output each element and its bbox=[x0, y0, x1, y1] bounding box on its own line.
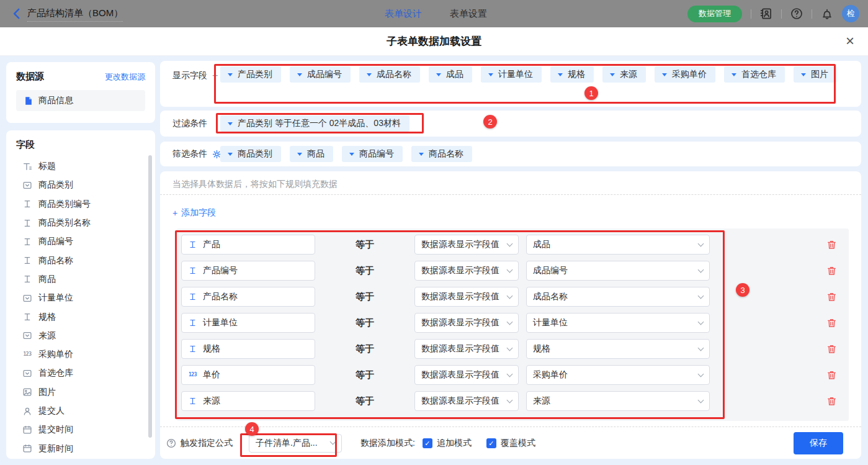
source-type-select[interactable]: 数据源表显示字段值 bbox=[414, 313, 519, 333]
field-type-icon bbox=[188, 318, 197, 327]
datasource-title: 数据源 bbox=[16, 71, 44, 83]
screening-field-tag[interactable]: 商品 bbox=[290, 146, 333, 162]
close-icon[interactable]: × bbox=[846, 32, 854, 50]
source-field-select[interactable]: 来源 bbox=[526, 391, 710, 411]
field-type-icon bbox=[22, 387, 32, 397]
datasource-item[interactable]: 商品信息 bbox=[16, 90, 145, 111]
data-manage-button[interactable]: 数据管理 bbox=[687, 6, 742, 22]
trash-icon[interactable] bbox=[826, 266, 837, 276]
avatar[interactable]: 检 bbox=[842, 5, 859, 22]
display-field-tag[interactable]: 计量单位 bbox=[481, 66, 542, 83]
chevron-down-icon bbox=[507, 292, 513, 299]
chevron-down-icon bbox=[507, 345, 513, 351]
source-field-select[interactable]: 计量单位 bbox=[526, 313, 710, 333]
field-type-icon bbox=[22, 425, 32, 435]
tab-form-design[interactable]: 表单设计 bbox=[385, 8, 422, 20]
display-field-tag[interactable]: 产品类别 bbox=[220, 66, 281, 83]
source-type-select[interactable]: 数据源表显示字段值 bbox=[414, 261, 519, 281]
source-type-select[interactable]: 数据源表显示字段值 bbox=[414, 365, 519, 385]
filter-condition-tag[interactable]: 产品类别 等于任意一个 02半成品、03材料 bbox=[220, 115, 409, 132]
field-list-item[interactable]: 提交人 bbox=[16, 402, 145, 420]
add-display-field-icon[interactable]: + bbox=[212, 70, 218, 81]
modal-header: 子表单数据加载设置 × bbox=[0, 27, 868, 56]
field-list-item[interactable]: 来源 bbox=[16, 327, 145, 345]
caret-down-icon bbox=[297, 73, 302, 76]
field-type-icon bbox=[188, 266, 197, 275]
rule-row: 来源 等于 数据源表显示字段值 来源 bbox=[176, 388, 849, 414]
display-field-tag[interactable]: 成品编号 bbox=[290, 66, 351, 83]
display-field-tag[interactable]: 首选仓库 bbox=[724, 66, 785, 83]
trash-icon[interactable] bbox=[826, 292, 837, 302]
field-list-item[interactable]: 商品 bbox=[16, 270, 145, 289]
trash-icon[interactable] bbox=[826, 370, 837, 381]
scrollbar-thumb[interactable] bbox=[148, 155, 152, 438]
append-mode-option[interactable]: ✓ 追加模式 bbox=[423, 438, 472, 449]
source-type-select[interactable]: 数据源表显示字段值 bbox=[414, 391, 519, 411]
source-type-select[interactable]: 数据源表显示字段值 bbox=[414, 235, 519, 255]
trash-icon[interactable] bbox=[826, 318, 837, 328]
field-list-item[interactable]: 商品编号 bbox=[16, 232, 145, 251]
trash-icon[interactable] bbox=[826, 344, 837, 354]
target-field-input[interactable]: 来源 bbox=[181, 391, 315, 411]
trash-icon[interactable] bbox=[826, 240, 837, 250]
target-field-input[interactable]: 产品编号 bbox=[181, 261, 315, 281]
field-list-item[interactable]: 图片 bbox=[16, 383, 145, 402]
help-circle-icon[interactable] bbox=[166, 438, 176, 448]
field-list-item[interactable]: 标题 bbox=[16, 157, 145, 176]
target-field-input[interactable]: 规格 bbox=[181, 339, 315, 359]
field-label: 首选仓库 bbox=[38, 368, 73, 379]
target-field-input[interactable]: 计量单位 bbox=[181, 313, 315, 333]
save-button[interactable]: 保存 bbox=[794, 432, 843, 454]
source-type-select[interactable]: 数据源表显示字段值 bbox=[414, 287, 519, 307]
source-field-select[interactable]: 成品 bbox=[526, 235, 710, 255]
operator-label: 等于 bbox=[315, 343, 414, 355]
checkbox-checked-icon[interactable]: ✓ bbox=[486, 438, 496, 448]
source-field-select[interactable]: 采购单价 bbox=[526, 365, 710, 385]
notification-bell-icon[interactable] bbox=[821, 7, 833, 20]
field-list-item[interactable]: 首选仓库 bbox=[16, 364, 145, 382]
tab-form-settings[interactable]: 表单设置 bbox=[450, 8, 487, 20]
target-field-input[interactable]: 产品名称 bbox=[181, 287, 315, 307]
display-field-tag[interactable]: 图片 bbox=[794, 66, 837, 83]
field-list-item[interactable]: 商品名称 bbox=[16, 251, 145, 269]
trash-icon[interactable] bbox=[826, 396, 837, 407]
field-list-item[interactable]: 规格 bbox=[16, 307, 145, 326]
field-list-item[interactable]: 提交时间 bbox=[16, 420, 145, 439]
display-field-tag[interactable]: 规格 bbox=[550, 66, 594, 83]
field-list-item[interactable]: 更新时间 bbox=[16, 439, 145, 458]
add-field-link[interactable]: + 添加字段 bbox=[172, 207, 216, 219]
field-type-icon: 123 bbox=[22, 350, 32, 359]
field-type-icon: 123 bbox=[188, 371, 197, 379]
help-icon[interactable] bbox=[790, 7, 803, 20]
field-list-item[interactable]: 商品类别 bbox=[16, 176, 145, 194]
chevron-down-icon bbox=[507, 266, 513, 273]
display-field-tag[interactable]: 成品名称 bbox=[359, 66, 420, 83]
field-label: 商品编号 bbox=[38, 236, 73, 247]
field-list-item[interactable]: 商品类别名称 bbox=[16, 214, 145, 232]
target-field-input[interactable]: 产品 bbox=[181, 235, 315, 255]
field-label: 采购单价 bbox=[38, 349, 73, 360]
source-field-select[interactable]: 成品编号 bbox=[526, 261, 710, 281]
source-type-select[interactable]: 数据源表显示字段值 bbox=[414, 339, 519, 359]
field-list-item[interactable]: 商品类别编号 bbox=[16, 195, 145, 214]
checkbox-checked-icon[interactable]: ✓ bbox=[423, 438, 432, 448]
source-field-select[interactable]: 成品名称 bbox=[526, 287, 710, 307]
source-field-select[interactable]: 规格 bbox=[526, 339, 710, 359]
display-field-tag[interactable]: 采购单价 bbox=[655, 66, 715, 83]
back-chevron-icon[interactable] bbox=[11, 8, 22, 19]
display-field-tag[interactable]: 成品 bbox=[429, 66, 472, 83]
screening-field-tag[interactable]: 商品名称 bbox=[411, 146, 472, 162]
field-list-item[interactable]: 计量单位 bbox=[16, 289, 145, 307]
display-field-tag[interactable]: 来源 bbox=[602, 66, 646, 83]
formula-select[interactable]: 子件清单.产品... bbox=[249, 434, 342, 453]
contacts-icon[interactable] bbox=[760, 7, 772, 20]
screening-field-tag[interactable]: 商品类别 bbox=[220, 146, 281, 162]
target-field-input[interactable]: 123 单价 bbox=[181, 365, 315, 385]
rule-row: 规格 等于 数据源表显示字段值 规格 bbox=[176, 336, 849, 362]
change-datasource-link[interactable]: 更改数据源 bbox=[105, 71, 145, 83]
screening-field-tag[interactable]: 商品编号 bbox=[342, 146, 403, 162]
overwrite-mode-option[interactable]: ✓ 覆盖模式 bbox=[486, 438, 535, 449]
field-label: 商品名称 bbox=[38, 255, 73, 266]
field-list-item[interactable]: 123 采购单价 bbox=[16, 345, 145, 364]
plus-icon: + bbox=[172, 208, 177, 218]
